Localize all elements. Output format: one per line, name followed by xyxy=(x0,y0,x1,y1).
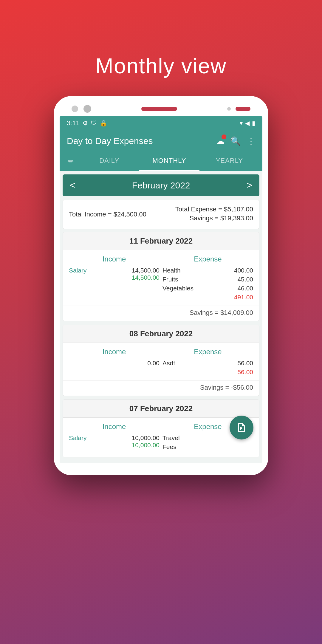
wifi-icon: ▾ xyxy=(240,120,243,127)
total-income: Total Income = $24,500.00 xyxy=(69,210,146,218)
expense-column-feb08: Expense Asdf 56.00 56.00 xyxy=(162,348,253,376)
expense-amount-vegetables: 46.00 xyxy=(237,285,253,292)
expense-name-asdf: Asdf xyxy=(162,360,175,367)
expense-item-vegetables: Vegetables 46.00 xyxy=(162,285,253,292)
phone-frame: 3:11 ⚙ 🛡 🔒 ▾ ◀ ▮ Day to Day Expenses ☁ 🔍… xyxy=(54,96,268,475)
sensor-bar xyxy=(236,107,250,111)
total-savings: Savings = $19,393.00 xyxy=(175,214,253,222)
phone-speaker xyxy=(141,107,177,111)
app-screen: 3:11 ⚙ 🛡 🔒 ▾ ◀ ▮ Day to Day Expenses ☁ 🔍… xyxy=(60,116,262,463)
income-subtotal-salary-feb07: 10,000.00 xyxy=(132,442,160,449)
page-title: Monthly view xyxy=(95,54,227,78)
expense-name-fruits: Fruits xyxy=(162,276,178,283)
expense-name-health: Health xyxy=(162,267,181,274)
month-navigation: < February 2022 > xyxy=(63,174,259,196)
app-bar: Day to Day Expenses ☁ 🔍 ⋮ xyxy=(60,131,262,151)
income-item-salary: Salary 14,500.00 14,500.00 xyxy=(69,267,160,281)
income-name-salary-feb07: Salary xyxy=(69,434,87,442)
tabs-bar: ✏ DAILY MONTHLY YEARLY xyxy=(60,151,262,171)
expense-label: Expense xyxy=(162,255,253,263)
income-name-salary: Salary xyxy=(69,267,87,274)
income-amount-zero: 0.00 xyxy=(147,360,160,367)
day-savings-feb08: Savings = -$56.00 xyxy=(63,380,259,396)
day-header-feb08: 08 February 2022 xyxy=(63,325,259,343)
notification-badge xyxy=(222,134,226,139)
expense-item-fees: Fees xyxy=(162,443,253,451)
shield-icon: 🛡 xyxy=(91,120,97,127)
tab-yearly[interactable]: YEARLY xyxy=(199,151,259,171)
income-column-feb07: Income Salary 10,000.00 10,000.00 xyxy=(69,422,160,452)
expense-label-feb08: Expense xyxy=(162,348,253,356)
day-card-feb08: 08 February 2022 Income 0.00 Expense xyxy=(63,325,259,396)
income-column-feb11: Income Salary 14,500.00 14,500.00 xyxy=(69,255,160,301)
expense-column-feb11: Expense Health 400.00 Fruits 45.00 Veget… xyxy=(162,255,253,301)
expense-item-asdf: Asdf 56.00 xyxy=(162,360,253,367)
main-content: < February 2022 > Total Income = $24,500… xyxy=(60,174,262,463)
day-header-feb11: 11 February 2022 xyxy=(63,232,259,250)
battery-icon: ▮ xyxy=(252,120,255,127)
lock-icon: 🔒 xyxy=(100,120,107,127)
income-amount-salary: 14,500.00 xyxy=(132,267,160,274)
gear-icon: ⚙ xyxy=(83,120,88,127)
tab-monthly[interactable]: MONTHLY xyxy=(139,151,199,171)
edit-button[interactable]: ✏ xyxy=(63,152,79,170)
income-subtotal-salary: 14,500.00 xyxy=(132,274,160,281)
expense-name-vegetables: Vegetables xyxy=(162,285,193,292)
expense-item-fruits: Fruits 45.00 xyxy=(162,276,253,283)
search-button[interactable]: 🔍 xyxy=(230,136,241,146)
day-card-feb11: 11 February 2022 Income Salary 14,500.00… xyxy=(63,232,259,321)
next-month-button[interactable]: > xyxy=(247,180,252,191)
expense-subtotal-feb08: 56.00 xyxy=(162,369,253,376)
camera-lens xyxy=(83,105,91,113)
camera-dot xyxy=(72,106,78,112)
expense-item-health: Health 400.00 xyxy=(162,267,253,274)
prev-month-button[interactable]: < xyxy=(70,180,75,191)
day-savings-feb11: Savings = $14,009.00 xyxy=(63,306,259,321)
signal-icon: ◀ xyxy=(245,120,250,127)
income-amount-salary-feb07: 10,000.00 xyxy=(132,434,160,442)
app-bar-title: Day to Day Expenses xyxy=(67,136,153,146)
day-header-feb07: 07 February 2022 xyxy=(63,400,259,418)
income-item-salary-feb07: Salary 10,000.00 10,000.00 xyxy=(69,434,160,449)
income-item-zero: 0.00 xyxy=(69,360,160,367)
status-bar: 3:11 ⚙ 🛡 🔒 ▾ ◀ ▮ xyxy=(60,116,262,131)
expense-name-travel: Travel xyxy=(162,434,180,442)
expense-subtotal-feb11: 491.00 xyxy=(162,294,253,301)
expense-name-fees: Fees xyxy=(162,443,177,451)
expense-amount-health: 400.00 xyxy=(234,267,253,274)
income-column-feb08: Income 0.00 xyxy=(69,348,160,376)
more-menu-button[interactable]: ⋮ xyxy=(247,136,255,146)
expense-amount-fruits: 45.00 xyxy=(237,276,253,283)
income-label-feb07: Income xyxy=(69,422,160,431)
expense-amount-asdf: 56.00 xyxy=(237,360,253,367)
monthly-summary: Total Income = $24,500.00 Total Expense … xyxy=(63,200,259,229)
cloud-upload-button[interactable]: ☁ xyxy=(216,136,225,146)
phone-top-bar xyxy=(60,105,262,113)
tab-daily[interactable]: DAILY xyxy=(79,151,139,171)
month-title: February 2022 xyxy=(132,180,190,191)
income-label: Income xyxy=(69,255,160,263)
status-time: 3:11 xyxy=(67,119,80,127)
total-expense: Total Expense = $5,107.00 xyxy=(175,205,253,213)
sensor-dot xyxy=(227,107,231,111)
income-label-feb08: Income xyxy=(69,348,160,356)
pdf-fab-button[interactable] xyxy=(230,416,253,439)
